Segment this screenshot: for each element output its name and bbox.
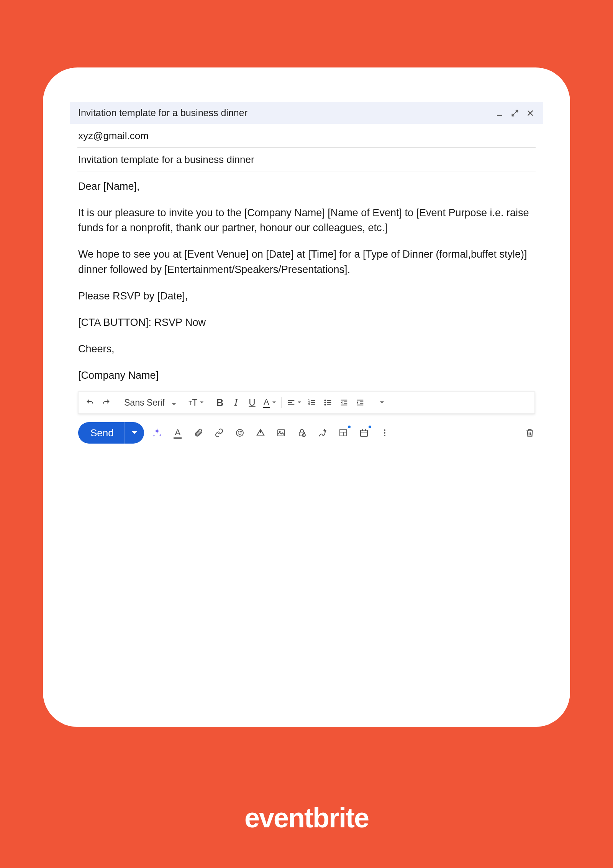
action-bar: Send A bbox=[70, 414, 543, 452]
window-title: Invitation template for a business dinne… bbox=[78, 107, 247, 118]
close-icon[interactable] bbox=[526, 108, 535, 118]
font-family-label: Sans Serif bbox=[124, 398, 165, 408]
indent-more-icon[interactable] bbox=[352, 395, 368, 410]
body-line: [Company Name] bbox=[78, 368, 535, 383]
emoji-icon[interactable] bbox=[234, 427, 246, 439]
font-size-icon[interactable]: TT bbox=[186, 395, 206, 410]
signature-icon[interactable] bbox=[316, 427, 329, 439]
format-a-icon[interactable]: A bbox=[172, 427, 184, 439]
svg-point-40 bbox=[384, 429, 385, 431]
email-body[interactable]: Dear [Name], It is our pleasure to invit… bbox=[70, 171, 543, 389]
separator bbox=[117, 397, 117, 408]
numbered-list-icon[interactable]: 123 bbox=[304, 395, 320, 410]
compose-action-icons: A bbox=[151, 427, 391, 439]
attach-icon[interactable] bbox=[192, 427, 205, 439]
body-line: Dear [Name], bbox=[78, 179, 535, 194]
indent-less-icon[interactable] bbox=[336, 395, 352, 410]
underline-icon[interactable]: U bbox=[244, 395, 260, 410]
send-button[interactable]: Send bbox=[78, 427, 125, 439]
body-line: [CTA BUTTON]: RSVP Now bbox=[78, 315, 535, 330]
separator bbox=[209, 397, 209, 408]
send-options-button[interactable] bbox=[125, 422, 144, 444]
svg-point-27 bbox=[238, 431, 239, 432]
svg-text:3: 3 bbox=[308, 403, 310, 406]
body-line: Please RSVP by [Date], bbox=[78, 289, 535, 304]
bold-icon[interactable]: B bbox=[212, 395, 228, 410]
svg-rect-36 bbox=[361, 430, 367, 436]
eventbrite-logo: eventbrite bbox=[244, 802, 369, 833]
discard-icon[interactable] bbox=[525, 428, 535, 438]
align-icon[interactable] bbox=[285, 395, 303, 410]
fullscreen-icon[interactable] bbox=[510, 108, 520, 118]
card-frame: Invitation template for a business dinne… bbox=[43, 67, 570, 727]
separator bbox=[281, 397, 282, 408]
svg-point-26 bbox=[236, 429, 243, 436]
svg-point-16 bbox=[325, 402, 326, 403]
confidential-icon[interactable] bbox=[296, 427, 308, 439]
italic-icon[interactable]: I bbox=[228, 395, 244, 410]
image-icon[interactable] bbox=[275, 427, 287, 439]
svg-point-17 bbox=[325, 404, 326, 405]
calendar-icon[interactable] bbox=[358, 427, 370, 439]
subject-field[interactable]: Invitation template for a business dinne… bbox=[77, 148, 536, 171]
minimize-icon[interactable] bbox=[495, 108, 504, 118]
formatting-toolbar: Sans Serif TT B I U A 123 bbox=[78, 391, 535, 414]
body-line: We hope to see you at [Event Venue] on [… bbox=[78, 247, 535, 277]
compose-window: Invitation template for a business dinne… bbox=[70, 102, 543, 452]
link-icon[interactable] bbox=[213, 427, 225, 439]
ai-sparkle-icon[interactable] bbox=[151, 427, 163, 439]
svg-point-28 bbox=[241, 431, 241, 432]
more-options-icon[interactable] bbox=[379, 427, 391, 439]
svg-point-15 bbox=[325, 400, 326, 401]
svg-point-41 bbox=[384, 432, 385, 434]
drive-icon[interactable] bbox=[254, 427, 267, 439]
undo-icon[interactable] bbox=[82, 395, 98, 410]
window-controls bbox=[495, 108, 535, 118]
separator bbox=[183, 397, 183, 408]
layout-icon[interactable] bbox=[337, 427, 349, 439]
body-line: It is our pleasure to invite you to the … bbox=[78, 205, 535, 235]
compose-header: Invitation template for a business dinne… bbox=[70, 102, 543, 124]
redo-icon[interactable] bbox=[98, 395, 114, 410]
to-field[interactable]: xyz@gmail.com bbox=[77, 124, 536, 148]
send-button-group: Send bbox=[78, 422, 144, 444]
body-line: Cheers, bbox=[78, 342, 535, 357]
svg-point-42 bbox=[384, 435, 385, 436]
bulleted-list-icon[interactable] bbox=[320, 395, 336, 410]
more-formatting-icon[interactable] bbox=[374, 395, 390, 410]
separator bbox=[371, 397, 371, 408]
text-color-icon[interactable]: A bbox=[261, 395, 278, 410]
svg-point-30 bbox=[279, 431, 280, 432]
font-family-selector[interactable]: Sans Serif bbox=[120, 398, 180, 408]
